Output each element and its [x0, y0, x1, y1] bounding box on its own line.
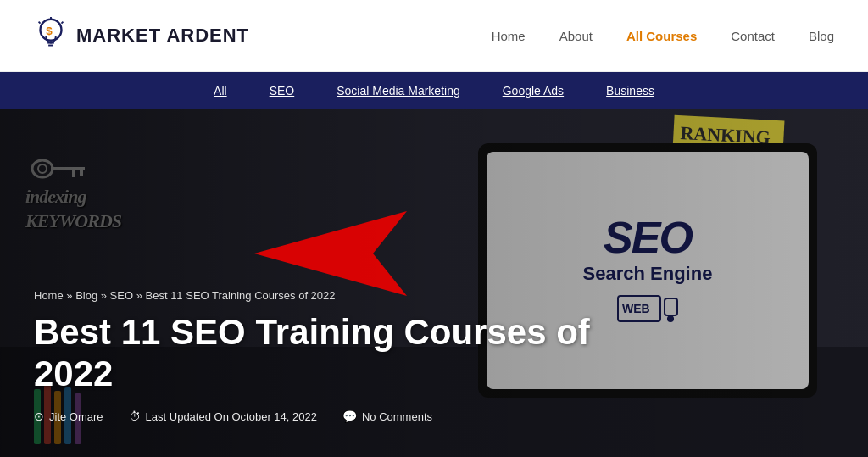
red-arrow — [254, 211, 441, 299]
comments-count: No Comments — [362, 410, 432, 423]
last-updated: Last Updated On October 14, 2022 — [146, 410, 317, 423]
page-title: Best 11 SEO Training Courses of 2022 — [34, 312, 610, 394]
nav-home[interactable]: Home — [492, 29, 526, 43]
logo-text: MARKET ARDENT — [76, 25, 249, 47]
date-meta: ⏱ Last Updated On October 14, 2022 — [129, 410, 317, 423]
subnav-all[interactable]: All — [214, 84, 227, 98]
main-nav: Home About All Courses Contact Blog — [492, 29, 834, 43]
author-icon: ⊙ — [34, 410, 44, 423]
svg-text:$: $ — [46, 25, 53, 37]
category-nav: All SEO Social Media Marketing Google Ad… — [0, 72, 868, 109]
hero-content: Home » Blog » SEO » Best 11 SEO Training… — [34, 289, 610, 423]
clock-icon: ⏱ — [129, 410, 141, 423]
nav-blog[interactable]: Blog — [809, 29, 834, 43]
logo-icon: $ — [34, 15, 68, 56]
subnav-seo[interactable]: SEO — [270, 84, 295, 98]
author-name: Jite Omare — [49, 410, 103, 423]
subnav-business[interactable]: Business — [606, 84, 654, 98]
comment-icon: 💬 — [342, 410, 357, 423]
author-meta: ⊙ Jite Omare — [34, 410, 103, 423]
logo[interactable]: $ MARKET ARDENT — [34, 15, 249, 56]
hero-meta: ⊙ Jite Omare ⏱ Last Updated On October 1… — [34, 410, 610, 423]
svg-line-2 — [39, 22, 41, 24]
comments-meta: 💬 No Comments — [342, 410, 432, 423]
nav-about[interactable]: About — [559, 29, 593, 43]
hero-section: RANKING indexing KEYWORDS — [0, 109, 868, 457]
nav-contact[interactable]: Contact — [731, 29, 775, 43]
svg-marker-24 — [254, 211, 407, 296]
site-header: $ MARKET ARDENT Home About All Courses C… — [0, 0, 868, 72]
svg-line-3 — [61, 22, 63, 24]
subnav-social-media[interactable]: Social Media Marketing — [337, 84, 460, 98]
nav-all-courses[interactable]: All Courses — [626, 29, 697, 43]
subnav-google-ads[interactable]: Google Ads — [503, 84, 564, 98]
